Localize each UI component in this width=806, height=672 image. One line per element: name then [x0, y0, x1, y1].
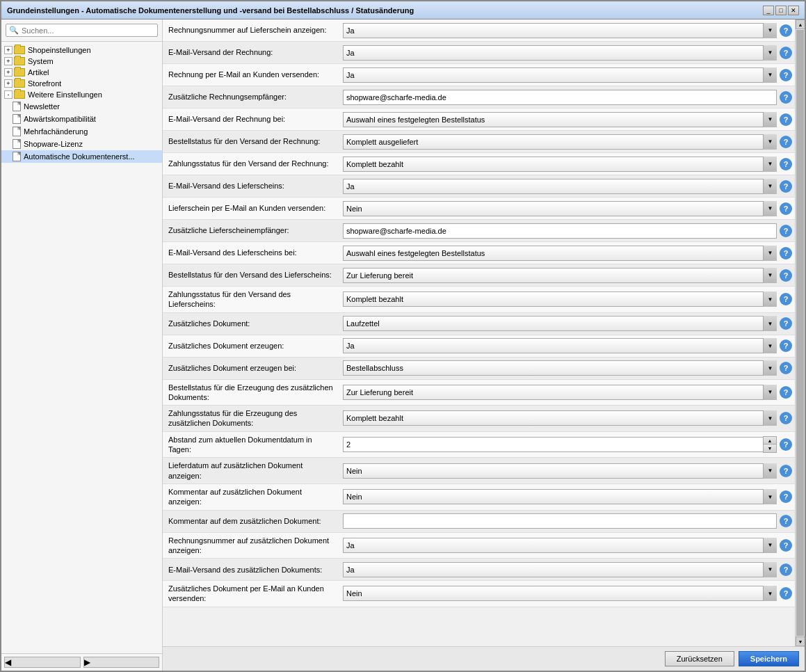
sidebar-item-shopeinstellungen[interactable]: + Shopeinstellungen [1, 45, 162, 56]
close-button[interactable]: ✕ [788, 6, 799, 15]
help-button[interactable]: ? [780, 490, 792, 503]
settings-row: E-Mail-Versand der Rechnung:Ja▼? [163, 42, 795, 64]
help-button[interactable]: ? [780, 180, 792, 193]
help-button[interactable]: ? [780, 136, 792, 148]
settings-select[interactable]: Ja [343, 179, 777, 194]
help-button[interactable]: ? [780, 69, 792, 81]
settings-text-input[interactable] [343, 90, 777, 105]
tree-expander[interactable]: - [4, 90, 13, 99]
scroll-right-button[interactable]: ▶ [83, 657, 160, 668]
settings-select[interactable]: Ja [343, 67, 777, 83]
settings-control: ? [340, 512, 795, 530]
help-button[interactable]: ? [780, 269, 792, 282]
settings-label: Zusätzliche Lieferscheinempfänger: [163, 223, 340, 238]
settings-select[interactable]: Ja [343, 45, 777, 61]
sidebar-item-label: Artikel [28, 68, 49, 77]
help-button[interactable]: ? [780, 91, 792, 104]
settings-label: Rechnungsnummer auf zusätzlichen Dokumen… [163, 533, 340, 559]
help-button[interactable]: ? [780, 465, 792, 477]
settings-select[interactable]: Nein [343, 201, 777, 216]
spinner-input[interactable] [343, 437, 763, 452]
help-button[interactable]: ? [780, 515, 792, 527]
maximize-button[interactable]: □ [775, 6, 787, 15]
help-button[interactable]: ? [780, 438, 792, 451]
settings-select[interactable]: Laufzettel [343, 316, 777, 331]
settings-control: ? [340, 88, 795, 106]
settings-select[interactable]: Zur Lieferung bereit [343, 268, 777, 283]
settings-label: Abstand zum aktuellen Dokumentdatum in T… [163, 432, 340, 458]
help-button[interactable]: ? [780, 202, 792, 215]
sidebar-item-system[interactable]: + System [1, 56, 162, 67]
sidebar-item-artikel[interactable]: + Artikel [1, 67, 162, 78]
sidebar-scrollbar: ◀ ▶ [1, 653, 162, 671]
settings-select[interactable]: Ja [343, 23, 777, 38]
settings-row: Zusätzliches Dokument erzeugen bei:Beste… [163, 358, 795, 380]
settings-control: Ja▼? [340, 536, 795, 554]
help-button[interactable]: ? [780, 113, 792, 126]
settings-control: Auswahl eines festgelegten Bestellstatus… [340, 244, 795, 262]
scroll-left-button[interactable]: ◀ [4, 657, 81, 668]
help-button[interactable]: ? [780, 362, 792, 374]
select-wrap: Nein▼ [343, 586, 777, 601]
tree-expander[interactable]: + [4, 68, 13, 77]
help-button[interactable]: ? [780, 158, 792, 170]
settings-control: ▲▼? [340, 435, 795, 454]
settings-select[interactable]: Komplett bezahlt [343, 157, 777, 172]
settings-select[interactable]: Ja [343, 538, 777, 553]
select-wrap: Laufzettel▼ [343, 316, 777, 331]
settings-select[interactable]: Ja [343, 562, 777, 577]
help-button[interactable]: ? [780, 225, 792, 237]
settings-select[interactable]: Zur Lieferung bereit [343, 385, 777, 400]
help-button[interactable]: ? [780, 386, 792, 399]
select-wrap: Ja▼ [343, 23, 777, 38]
settings-select[interactable]: Auswahl eines festgelegten Bestellstatus [343, 112, 777, 127]
settings-select[interactable]: Komplett bezahlt [343, 410, 777, 426]
minimize-button[interactable]: _ [763, 6, 774, 15]
settings-select[interactable]: Ja [343, 338, 777, 353]
tree-expander[interactable]: + [4, 79, 13, 88]
settings-select[interactable]: Auswahl eines festgelegten Bestellstatus [343, 246, 777, 261]
settings-label: Lieferschein per E-Mail an Kunden versen… [163, 200, 340, 216]
select-wrap: Komplett bezahlt▼ [343, 410, 777, 426]
settings-text-input[interactable] [343, 513, 777, 529]
search-input[interactable] [22, 26, 154, 35]
help-button[interactable]: ? [780, 539, 792, 552]
help-button[interactable]: ? [780, 563, 792, 576]
settings-label: E-Mail-Versand der Rechnung: [163, 45, 340, 60]
sidebar-item-shopware-lizenz[interactable]: Shopware-Lizenz [1, 138, 162, 150]
sidebar-item-storefront[interactable]: + Storefront [1, 78, 162, 89]
settings-select[interactable]: Nein [343, 489, 777, 504]
save-button[interactable]: Speichern [739, 651, 799, 666]
settings-row: Zahlungsstatus für die Erzeugung des zus… [163, 406, 795, 432]
spinner-down-button[interactable]: ▼ [764, 445, 776, 452]
settings-select[interactable]: Nein [343, 586, 777, 601]
help-button[interactable]: ? [780, 24, 792, 37]
scroll-up-button[interactable]: ▲ [796, 19, 805, 29]
settings-select[interactable]: Komplett ausgeliefert [343, 134, 777, 150]
help-button[interactable]: ? [780, 587, 792, 600]
tree-expander[interactable]: + [4, 57, 13, 65]
spinner-up-button[interactable]: ▲ [764, 437, 776, 445]
help-button[interactable]: ? [780, 317, 792, 330]
settings-control: Laufzettel▼? [340, 314, 795, 333]
help-button[interactable]: ? [780, 47, 792, 59]
reset-button[interactable]: Zurücksetzen [665, 651, 734, 666]
settings-select[interactable]: Komplett bezahlt [343, 291, 777, 307]
scroll-down-button[interactable]: ▼ [796, 637, 805, 646]
tree-expander[interactable]: + [4, 46, 13, 54]
sidebar-item-mehrfach[interactable]: Mehrfachänderung [1, 125, 162, 138]
help-button[interactable]: ? [780, 247, 792, 259]
sidebar-item-newsletter[interactable]: Newsletter [1, 100, 162, 113]
help-button[interactable]: ? [780, 293, 792, 305]
sidebar-item-auto-dok[interactable]: Automatische Dokumentenerst... [1, 150, 162, 163]
scroll-thumb[interactable] [796, 30, 804, 636]
search-icon: 🔍 [9, 26, 19, 35]
settings-control: Zur Lieferung bereit▼? [340, 383, 795, 401]
settings-text-input[interactable] [343, 223, 777, 239]
sidebar-item-weitere-einstellungen[interactable]: - Weitere Einstellungen [1, 89, 162, 100]
settings-select[interactable]: Bestellabschluss [343, 360, 777, 376]
sidebar-item-abwaerts[interactable]: Abwärtskompatibilität [1, 113, 162, 125]
settings-select[interactable]: Nein [343, 463, 777, 479]
help-button[interactable]: ? [780, 412, 792, 424]
help-button[interactable]: ? [780, 339, 792, 352]
